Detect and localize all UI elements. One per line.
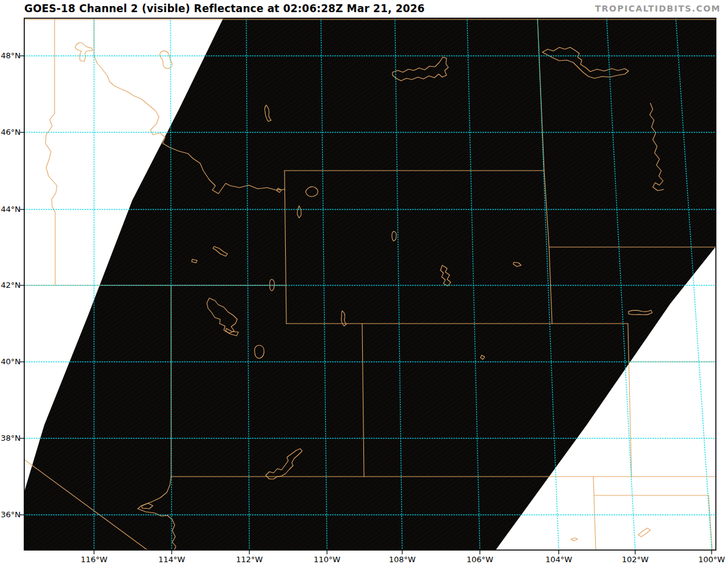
lon-label-110°W: 110°W [314,556,340,564]
lon-label-116°W: 116°W [81,556,107,564]
lat-label-48°N: 48°N [0,52,21,60]
lon-label-100°W: 100°W [698,556,725,564]
lat-label-44°N: 44°N [0,205,21,214]
lat-label-40°N: 40°N [0,358,21,366]
small-pond [571,538,578,541]
lon-label-106°W: 106°W [467,556,493,564]
lon-label-108°W: 108°W [389,556,416,564]
lat-label-46°N: 46°N [0,128,21,137]
lon-label-102°W: 102°W [622,556,649,564]
border-nm-tx-103w [593,477,596,550]
border-snake-river [46,114,57,285]
lake-meredith [638,528,650,537]
border-tx-100w [709,495,712,550]
lat-label-38°N: 38°N [0,434,21,443]
satellite-scan-area [24,18,716,550]
lat-label-36°N: 36°N [0,511,21,519]
satellite-image-figure: GOES-18 Channel 2 (visible) Reflectance … [0,0,728,564]
lake-pend-oreille [75,42,93,61]
map-plot [0,0,728,564]
lat-label-42°N: 42°N [0,281,21,290]
lon-label-114°W: 114°W [158,556,185,564]
lon-label-104°W: 104°W [545,556,572,564]
lon-label-112°W: 112°W [236,556,263,564]
